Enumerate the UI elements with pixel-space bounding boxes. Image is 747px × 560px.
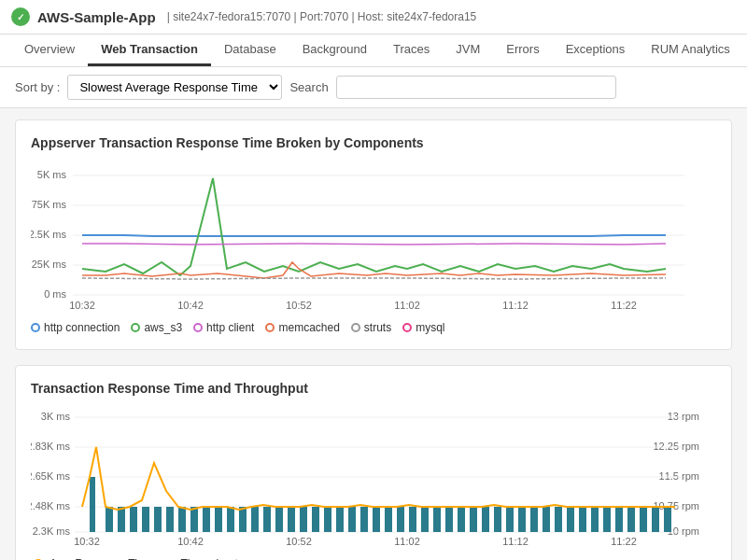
- svg-rect-48: [324, 507, 331, 532]
- sort-label: Sort by :: [15, 80, 60, 94]
- svg-rect-68: [567, 507, 574, 532]
- svg-text:13 rpm: 13 rpm: [668, 411, 699, 422]
- svg-rect-57: [433, 507, 441, 532]
- legend-http-connection: http connection: [31, 321, 120, 334]
- svg-rect-33: [142, 507, 149, 532]
- chart2-svg: 3K ms 2.83K ms 2.65K ms 2.48K ms 2.3K ms…: [31, 407, 703, 547]
- svg-rect-59: [458, 507, 465, 532]
- sort-select[interactable]: Slowest Average Response Time: [67, 75, 282, 100]
- main-content: Appserver Transaction Response Time Brok…: [0, 108, 747, 560]
- app-title: AWS-Sample-App: [37, 9, 156, 25]
- svg-text:2.48K ms: 2.48K ms: [31, 500, 70, 511]
- svg-text:1.25K ms: 1.25K ms: [31, 259, 66, 270]
- svg-rect-38: [203, 507, 210, 532]
- legend-dot-http-client: [193, 323, 203, 332]
- svg-text:11:12: 11:12: [502, 300, 529, 311]
- svg-rect-53: [385, 507, 392, 532]
- legend-http-client: http client: [193, 321, 254, 334]
- svg-rect-36: [178, 507, 186, 532]
- svg-rect-63: [506, 507, 514, 532]
- svg-rect-74: [640, 507, 647, 532]
- legend-dot-aws-s3: [131, 323, 140, 332]
- legend-struts: struts: [351, 321, 391, 334]
- svg-rect-41: [239, 507, 247, 532]
- tab-jvm[interactable]: JVM: [443, 35, 493, 66]
- svg-text:10:32: 10:32: [69, 300, 95, 311]
- svg-rect-31: [118, 507, 125, 532]
- svg-rect-42: [251, 507, 259, 532]
- legend-memcached: memcached: [265, 321, 339, 334]
- svg-rect-62: [494, 507, 501, 532]
- svg-rect-54: [397, 507, 404, 532]
- tab-errors[interactable]: Errors: [493, 35, 552, 66]
- svg-rect-47: [312, 507, 319, 532]
- svg-text:12.25 rpm: 12.25 rpm: [653, 441, 699, 452]
- tab-database[interactable]: Database: [211, 35, 289, 66]
- svg-rect-51: [360, 507, 368, 532]
- svg-rect-52: [373, 507, 380, 532]
- chart1-legend: http connection aws_s3 http client memca…: [31, 321, 716, 334]
- search-label: Search: [289, 80, 328, 94]
- chart1-svg: 5K ms 3.75K ms 2.5K ms 1.25K ms 0 ms 10:…: [31, 161, 703, 311]
- svg-rect-43: [263, 507, 271, 532]
- legend-dot-memcached: [265, 323, 275, 332]
- tab-exceptions[interactable]: Exceptions: [553, 35, 639, 66]
- svg-rect-35: [166, 507, 174, 532]
- svg-text:5K ms: 5K ms: [37, 169, 67, 180]
- svg-rect-45: [288, 507, 295, 532]
- svg-text:10:52: 10:52: [286, 300, 312, 311]
- app-meta: | site24x7-fedora15:7070 | Port:7070 | H…: [167, 10, 477, 23]
- search-input[interactable]: [336, 76, 616, 99]
- svg-rect-49: [336, 507, 344, 532]
- svg-rect-69: [579, 507, 586, 532]
- svg-rect-39: [215, 507, 222, 532]
- svg-text:11:02: 11:02: [394, 536, 420, 547]
- svg-rect-77: [90, 477, 95, 532]
- chart1-container: 5K ms 3.75K ms 2.5K ms 1.25K ms 0 ms 10:…: [31, 161, 716, 314]
- svg-text:11:02: 11:02: [394, 300, 420, 311]
- svg-rect-60: [470, 507, 477, 532]
- svg-text:2.65K ms: 2.65K ms: [31, 470, 70, 482]
- app-header: ✓ AWS-Sample-App | site24x7-fedora15:707…: [0, 0, 747, 35]
- tab-web-transaction[interactable]: Web Transaction: [88, 35, 211, 66]
- svg-text:11.5 rpm: 11.5 rpm: [659, 470, 699, 482]
- nav-tabs: Overview Web Transaction Database Backgr…: [0, 35, 747, 67]
- svg-rect-56: [421, 507, 429, 532]
- svg-text:11:22: 11:22: [611, 536, 637, 547]
- svg-rect-66: [543, 507, 550, 532]
- legend-dot-mysql: [402, 323, 412, 332]
- svg-rect-64: [518, 507, 526, 532]
- svg-text:11:22: 11:22: [611, 300, 637, 311]
- svg-rect-50: [348, 507, 356, 532]
- legend-aws-s3: aws_s3: [131, 321, 182, 334]
- tab-background[interactable]: Background: [289, 35, 380, 66]
- chart1-title: Appserver Transaction Response Time Brok…: [31, 135, 716, 150]
- svg-rect-44: [275, 507, 283, 532]
- svg-rect-32: [130, 507, 137, 532]
- tab-traces[interactable]: Traces: [380, 35, 443, 66]
- svg-rect-61: [482, 507, 489, 532]
- chart-card-2: Transaction Response Time and Throughput…: [15, 365, 732, 560]
- tab-overview[interactable]: Overview: [11, 35, 88, 66]
- svg-rect-67: [555, 507, 562, 532]
- app-icon: ✓: [11, 7, 30, 26]
- svg-rect-72: [615, 507, 623, 532]
- svg-text:10:32: 10:32: [74, 536, 100, 547]
- svg-rect-37: [190, 507, 198, 532]
- svg-rect-58: [445, 507, 453, 532]
- legend-dot-http-connection: [31, 323, 40, 332]
- svg-text:10 rpm: 10 rpm: [668, 525, 699, 537]
- svg-text:10:52: 10:52: [286, 536, 312, 547]
- svg-text:10:42: 10:42: [177, 300, 204, 311]
- svg-rect-75: [652, 507, 659, 532]
- bar: [106, 507, 113, 532]
- legend-mysql: mysql: [402, 321, 444, 334]
- svg-text:2.83K ms: 2.83K ms: [31, 441, 70, 452]
- tab-rum-analytics[interactable]: RUM Analytics: [638, 35, 743, 66]
- chart2-container: 3K ms 2.83K ms 2.65K ms 2.48K ms 2.3K ms…: [31, 407, 716, 550]
- svg-rect-65: [530, 507, 538, 532]
- svg-text:3K ms: 3K ms: [41, 411, 71, 422]
- svg-rect-34: [154, 507, 162, 532]
- svg-text:10:42: 10:42: [177, 536, 204, 547]
- svg-rect-71: [603, 507, 611, 532]
